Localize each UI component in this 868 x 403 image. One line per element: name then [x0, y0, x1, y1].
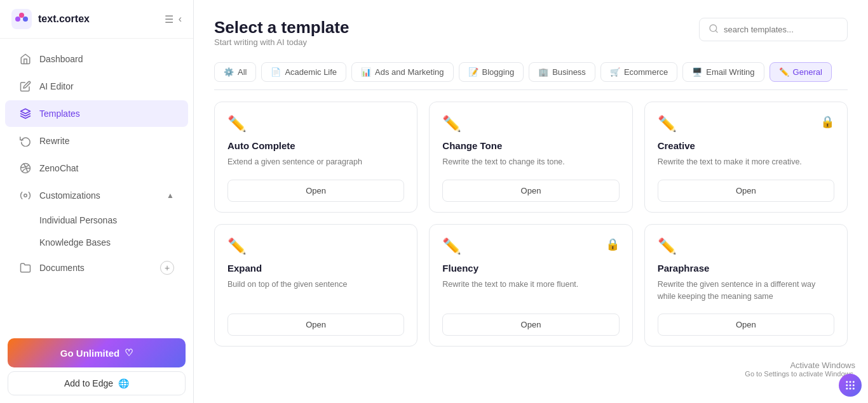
tab-general[interactable]: ✏️ General [770, 62, 832, 82]
search-icon [709, 23, 719, 36]
go-unlimited-label: Go Unlimited [60, 348, 119, 359]
knowledge-bases-label: Knowledge Bases [39, 237, 111, 248]
chevron-up-icon: ▲ [166, 191, 174, 200]
sidebar-item-dashboard[interactable]: Dashboard [5, 46, 188, 72]
add-to-edge-button[interactable]: Add to Edge 🌐 [8, 371, 186, 395]
pencil-icon: ✏️ [227, 115, 247, 133]
tab-academic-life[interactable]: 📄 Academic Life [261, 62, 346, 82]
zenochat-label: ZenoChat [39, 163, 78, 173]
all-icon: ⚙️ [224, 67, 234, 77]
tab-ecommerce[interactable]: 🛒 Ecommerce [600, 62, 677, 82]
card-desc-creative: Rewrite the text to make it more creativ… [658, 156, 834, 168]
svg-point-9 [846, 381, 848, 383]
svg-rect-0 [11, 9, 32, 29]
rewrite-label: Rewrite [39, 136, 69, 146]
academic-icon: 📄 [271, 67, 281, 77]
sidebar-item-rewrite[interactable]: Rewrite [5, 128, 188, 154]
ai-editor-label: AI Editor [39, 81, 74, 91]
tab-email-writing[interactable]: 🖥️ Email Writing [682, 62, 764, 82]
open-button-fluency[interactable]: Open [442, 314, 619, 336]
card-title-fluency: Fluency [442, 263, 619, 274]
card-paraphrase: ✏️ Paraphrase Rewrite the given sentence… [644, 224, 848, 347]
open-button-change-tone[interactable]: Open [442, 180, 619, 202]
card-icon-row-2: ✏️ [442, 115, 619, 133]
lock-icon-fluency: 🔒 [606, 237, 620, 251]
sidebar-bottom: Go Unlimited ♡ Add to Edge 🌐 [0, 332, 193, 403]
open-button-auto-complete[interactable]: Open [227, 180, 404, 202]
card-change-tone: ✏️ Change Tone Rewrite the text to chang… [429, 102, 632, 213]
sidebar-toggle[interactable]: ☰ ‹ [165, 13, 182, 25]
card-desc-expand: Build on top of the given sentence [227, 279, 404, 303]
page-title: Select a template [214, 18, 349, 37]
tab-business[interactable]: 🏢 Business [529, 62, 595, 82]
tab-ads-marketing[interactable]: 📊 Ads and Marketing [351, 62, 453, 82]
edit-icon [19, 80, 32, 93]
hamburger-icon: ☰ [165, 13, 173, 25]
svg-point-16 [850, 388, 851, 390]
general-icon: ✏️ [779, 67, 789, 77]
card-title-auto-complete: Auto Complete [227, 140, 404, 151]
svg-point-10 [850, 381, 851, 383]
sidebar-item-zenochat[interactable]: ZenoChat [5, 155, 188, 182]
layers-icon [19, 107, 32, 120]
customizations-icon [19, 189, 32, 202]
heart-icon: ♡ [125, 347, 133, 359]
floating-action-icon[interactable] [839, 374, 862, 397]
templates-label: Templates [39, 109, 80, 119]
customizations-label: Customizations [39, 190, 100, 201]
svg-point-14 [853, 385, 855, 386]
documents-icon [19, 261, 32, 274]
svg-point-15 [846, 388, 848, 390]
card-icon-row-5: ✏️ 🔒 [442, 237, 619, 255]
search-area[interactable] [699, 18, 848, 41]
pencil-icon-6: ✏️ [658, 237, 677, 255]
ads-icon: 📊 [361, 67, 371, 77]
card-title-creative: Creative [658, 140, 834, 151]
card-desc-fluency: Rewrite the text to make it more fluent. [442, 279, 619, 303]
sidebar-item-ai-editor[interactable]: AI Editor [5, 73, 188, 100]
open-button-expand[interactable]: Open [227, 314, 404, 336]
individual-personas-label: Individual Personas [39, 215, 117, 225]
sidebar-item-individual-personas[interactable]: Individual Personas [5, 209, 188, 231]
sidebar: text.cortex ☰ ‹ Dashboard AI Editor [0, 0, 194, 403]
card-icon-row: ✏️ [227, 115, 404, 133]
svg-line-8 [715, 30, 717, 32]
sidebar-item-documents[interactable]: Documents + [5, 254, 188, 282]
lock-icon-creative: 🔒 [820, 115, 834, 129]
svg-point-12 [846, 385, 848, 386]
pencil-icon-5: ✏️ [442, 237, 461, 255]
tab-business-label: Business [552, 67, 586, 77]
card-icon-row-4: ✏️ [227, 237, 404, 255]
card-creative: ✏️ 🔒 Creative Rewrite the text to make i… [644, 102, 848, 213]
tab-ads-label: Ads and Marketing [375, 67, 444, 77]
add-document-icon[interactable]: + [160, 261, 174, 275]
pencil-icon-2: ✏️ [442, 115, 461, 133]
tab-blogging[interactable]: 📝 Blogging [459, 62, 524, 82]
sidebar-item-templates[interactable]: Templates [5, 100, 188, 127]
ecommerce-icon: 🛒 [610, 67, 620, 77]
open-button-creative[interactable]: Open [658, 180, 834, 202]
search-input[interactable] [724, 25, 838, 34]
sidebar-item-customizations[interactable]: Customizations ▲ [5, 182, 188, 209]
documents-label: Documents [39, 263, 85, 273]
tabs-row: ⚙️ All 📄 Academic Life 📊 Ads and Marketi… [214, 62, 848, 90]
tab-all[interactable]: ⚙️ All [214, 62, 256, 82]
card-desc-paraphrase: Rewrite the given sentence in a differen… [658, 279, 834, 303]
go-unlimited-button[interactable]: Go Unlimited ♡ [8, 338, 186, 367]
pencil-icon-4: ✏️ [227, 237, 247, 255]
add-to-edge-label: Add to Edge [64, 378, 113, 388]
open-button-paraphrase[interactable]: Open [658, 314, 834, 336]
svg-point-17 [853, 388, 855, 390]
documents-left: Documents [19, 261, 85, 274]
business-icon: 🏢 [538, 67, 548, 77]
tab-general-label: General [793, 67, 822, 77]
customizations-left: Customizations [19, 189, 100, 202]
sidebar-item-knowledge-bases[interactable]: Knowledge Bases [5, 232, 188, 253]
svg-point-2 [23, 17, 28, 22]
logo-area: text.cortex [11, 9, 90, 29]
sidebar-header: text.cortex ☰ ‹ [0, 0, 193, 39]
tab-ecommerce-label: Ecommerce [624, 67, 668, 77]
card-title-paraphrase: Paraphrase [658, 263, 834, 274]
collapse-icon: ‹ [179, 13, 182, 25]
card-title-expand: Expand [227, 263, 404, 274]
